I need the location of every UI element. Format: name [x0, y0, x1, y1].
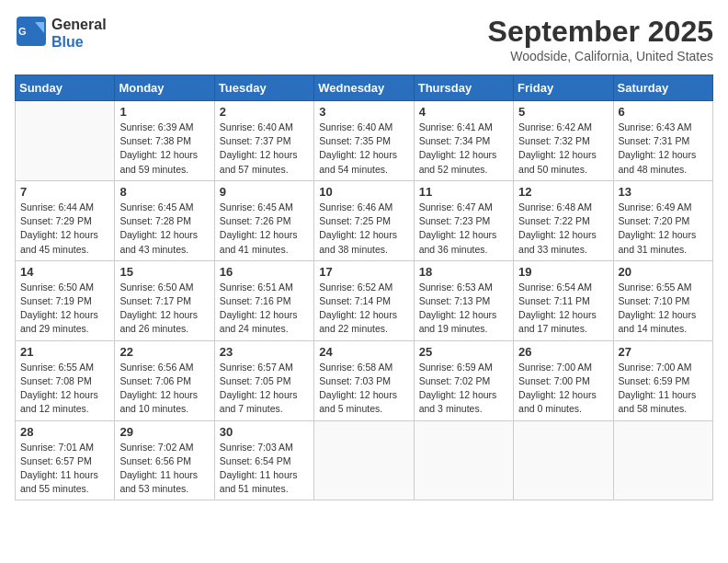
day-info: Sunrise: 6:43 AMSunset: 7:31 PMDaylight:… [619, 121, 708, 177]
calendar-cell: 26Sunrise: 7:00 AMSunset: 7:00 PMDayligh… [514, 340, 613, 420]
calendar-cell: 2Sunrise: 6:40 AMSunset: 7:37 PMDaylight… [214, 101, 313, 181]
calendar-cell [514, 420, 613, 500]
calendar-cell: 11Sunrise: 6:47 AMSunset: 7:23 PMDayligh… [414, 180, 513, 260]
calendar-cell: 9Sunrise: 6:45 AMSunset: 7:26 PMDaylight… [214, 180, 313, 260]
week-row-5: 28Sunrise: 7:01 AMSunset: 6:57 PMDayligh… [16, 420, 713, 500]
week-row-1: 1Sunrise: 6:39 AMSunset: 7:38 PMDaylight… [16, 101, 713, 181]
calendar-cell: 1Sunrise: 6:39 AMSunset: 7:38 PMDaylight… [115, 101, 214, 181]
calendar-cell: 10Sunrise: 6:46 AMSunset: 7:25 PMDayligh… [314, 180, 414, 260]
month-title: September 2025 [488, 15, 713, 49]
day-info: Sunrise: 6:40 AMSunset: 7:37 PMDaylight:… [220, 121, 309, 177]
calendar-cell: 17Sunrise: 6:52 AMSunset: 7:14 PMDayligh… [314, 260, 414, 340]
calendar-cell: 30Sunrise: 7:03 AMSunset: 6:54 PMDayligh… [214, 420, 313, 500]
page-header: G General Blue September 2025 Woodside, … [15, 15, 713, 63]
calendar-cell: 21Sunrise: 6:55 AMSunset: 7:08 PMDayligh… [16, 340, 115, 420]
day-info: Sunrise: 6:51 AMSunset: 7:16 PMDaylight:… [220, 281, 309, 337]
day-number: 10 [319, 185, 408, 199]
day-number: 8 [119, 185, 209, 199]
calendar-cell: 15Sunrise: 6:50 AMSunset: 7:17 PMDayligh… [115, 260, 214, 340]
logo-blue: Blue [51, 33, 107, 51]
day-info: Sunrise: 6:58 AMSunset: 7:03 PMDaylight:… [319, 361, 408, 417]
calendar-cell: 19Sunrise: 6:54 AMSunset: 7:11 PMDayligh… [514, 260, 613, 340]
day-info: Sunrise: 6:53 AMSunset: 7:13 PMDaylight:… [419, 281, 508, 337]
col-header-thursday: Thursday [414, 75, 513, 101]
day-number: 30 [220, 425, 309, 439]
day-info: Sunrise: 7:02 AMSunset: 6:56 PMDaylight:… [119, 441, 209, 497]
day-info: Sunrise: 6:45 AMSunset: 7:28 PMDaylight:… [119, 201, 209, 257]
day-info: Sunrise: 7:00 AMSunset: 7:00 PMDaylight:… [518, 361, 608, 417]
week-row-2: 7Sunrise: 6:44 AMSunset: 7:29 PMDaylight… [16, 180, 713, 260]
day-number: 27 [619, 345, 708, 359]
day-number: 16 [220, 265, 309, 279]
calendar-cell: 12Sunrise: 6:48 AMSunset: 7:22 PMDayligh… [514, 180, 613, 260]
calendar-header-row: SundayMondayTuesdayWednesdayThursdayFrid… [16, 75, 713, 101]
calendar-cell: 6Sunrise: 6:43 AMSunset: 7:31 PMDaylight… [613, 101, 712, 181]
logo-icon: G [15, 15, 48, 48]
day-info: Sunrise: 6:49 AMSunset: 7:20 PMDaylight:… [619, 201, 708, 257]
calendar-cell: 29Sunrise: 7:02 AMSunset: 6:56 PMDayligh… [115, 420, 214, 500]
calendar-cell: 5Sunrise: 6:42 AMSunset: 7:32 PMDaylight… [514, 101, 613, 181]
day-number: 26 [518, 345, 608, 359]
calendar-cell: 13Sunrise: 6:49 AMSunset: 7:20 PMDayligh… [613, 180, 712, 260]
day-number: 20 [619, 265, 708, 279]
day-info: Sunrise: 6:44 AMSunset: 7:29 PMDaylight:… [20, 201, 109, 257]
calendar-table: SundayMondayTuesdayWednesdayThursdayFrid… [15, 75, 713, 500]
location: Woodside, California, United States [488, 49, 713, 63]
day-number: 14 [20, 265, 109, 279]
day-number: 3 [319, 105, 408, 119]
day-info: Sunrise: 6:45 AMSunset: 7:26 PMDaylight:… [220, 201, 309, 257]
day-number: 6 [619, 105, 708, 119]
day-number: 25 [419, 345, 508, 359]
day-info: Sunrise: 6:56 AMSunset: 7:06 PMDaylight:… [119, 361, 209, 417]
day-number: 5 [518, 105, 608, 119]
calendar-cell: 18Sunrise: 6:53 AMSunset: 7:13 PMDayligh… [414, 260, 513, 340]
day-number: 19 [518, 265, 608, 279]
day-number: 4 [419, 105, 508, 119]
day-info: Sunrise: 7:01 AMSunset: 6:57 PMDaylight:… [20, 441, 109, 497]
day-info: Sunrise: 6:46 AMSunset: 7:25 PMDaylight:… [319, 201, 408, 257]
day-number: 22 [119, 345, 209, 359]
day-info: Sunrise: 6:52 AMSunset: 7:14 PMDaylight:… [319, 281, 408, 337]
calendar-cell: 27Sunrise: 7:00 AMSunset: 6:59 PMDayligh… [613, 340, 712, 420]
week-row-3: 14Sunrise: 6:50 AMSunset: 7:19 PMDayligh… [16, 260, 713, 340]
col-header-sunday: Sunday [16, 75, 115, 101]
calendar-cell: 3Sunrise: 6:40 AMSunset: 7:35 PMDaylight… [314, 101, 414, 181]
day-number: 28 [20, 425, 109, 439]
day-number: 13 [619, 185, 708, 199]
day-info: Sunrise: 6:59 AMSunset: 7:02 PMDaylight:… [419, 361, 508, 417]
calendar-cell: 23Sunrise: 6:57 AMSunset: 7:05 PMDayligh… [214, 340, 313, 420]
col-header-saturday: Saturday [613, 75, 712, 101]
day-info: Sunrise: 6:50 AMSunset: 7:19 PMDaylight:… [20, 281, 109, 337]
day-info: Sunrise: 6:47 AMSunset: 7:23 PMDaylight:… [419, 201, 508, 257]
title-block: September 2025 Woodside, California, Uni… [488, 15, 713, 63]
svg-text:G: G [18, 26, 27, 37]
day-number: 29 [119, 425, 209, 439]
day-number: 1 [119, 105, 209, 119]
calendar-cell [314, 420, 414, 500]
calendar-cell: 24Sunrise: 6:58 AMSunset: 7:03 PMDayligh… [314, 340, 414, 420]
day-number: 9 [220, 185, 309, 199]
calendar-cell: 22Sunrise: 6:56 AMSunset: 7:06 PMDayligh… [115, 340, 214, 420]
col-header-tuesday: Tuesday [214, 75, 313, 101]
day-number: 24 [319, 345, 408, 359]
day-number: 15 [119, 265, 209, 279]
day-number: 2 [220, 105, 309, 119]
calendar-cell: 28Sunrise: 7:01 AMSunset: 6:57 PMDayligh… [16, 420, 115, 500]
calendar-cell: 8Sunrise: 6:45 AMSunset: 7:28 PMDaylight… [115, 180, 214, 260]
calendar-cell: 25Sunrise: 6:59 AMSunset: 7:02 PMDayligh… [414, 340, 513, 420]
day-info: Sunrise: 6:48 AMSunset: 7:22 PMDaylight:… [518, 201, 608, 257]
calendar-cell: 4Sunrise: 6:41 AMSunset: 7:34 PMDaylight… [414, 101, 513, 181]
day-info: Sunrise: 6:55 AMSunset: 7:08 PMDaylight:… [20, 361, 109, 417]
day-info: Sunrise: 6:50 AMSunset: 7:17 PMDaylight:… [119, 281, 209, 337]
day-info: Sunrise: 6:55 AMSunset: 7:10 PMDaylight:… [619, 281, 708, 337]
calendar-cell: 20Sunrise: 6:55 AMSunset: 7:10 PMDayligh… [613, 260, 712, 340]
col-header-friday: Friday [514, 75, 613, 101]
col-header-wednesday: Wednesday [314, 75, 414, 101]
day-info: Sunrise: 6:40 AMSunset: 7:35 PMDaylight:… [319, 121, 408, 177]
day-number: 23 [220, 345, 309, 359]
day-info: Sunrise: 7:00 AMSunset: 6:59 PMDaylight:… [619, 361, 708, 417]
day-info: Sunrise: 7:03 AMSunset: 6:54 PMDaylight:… [220, 441, 309, 497]
day-number: 12 [518, 185, 608, 199]
day-number: 21 [20, 345, 109, 359]
day-info: Sunrise: 6:54 AMSunset: 7:11 PMDaylight:… [518, 281, 608, 337]
